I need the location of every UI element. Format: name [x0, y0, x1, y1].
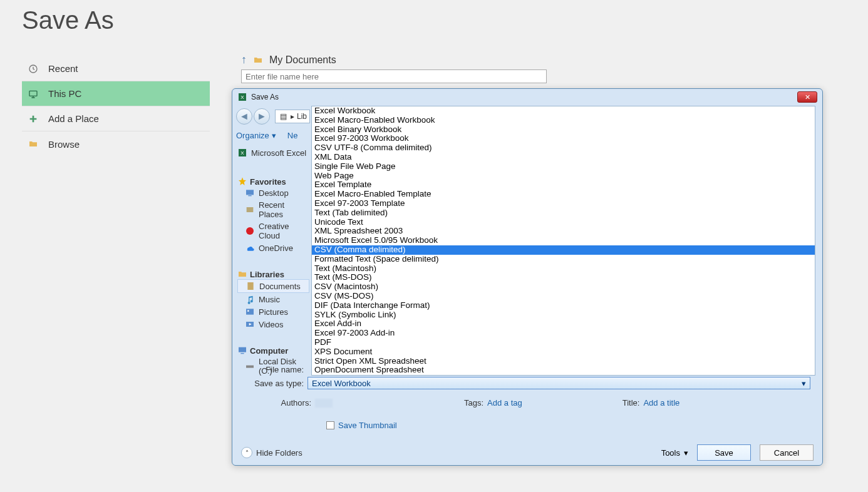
organize-button[interactable]: Organize ▾: [236, 131, 276, 140]
hide-folders-button[interactable]: ˄ Hide Folders: [241, 447, 302, 458]
sidebar-item-label: This PC: [48, 88, 81, 99]
chevron-down-icon: ▾: [272, 131, 276, 140]
file-type-option[interactable]: Microsoft Excel 5.0/95 Workbook: [312, 236, 815, 245]
sidebar-item-thispc[interactable]: This PC: [22, 81, 210, 106]
pictures-icon: [245, 307, 255, 317]
sidebar-item-browse[interactable]: Browse: [22, 131, 210, 156]
add-tag-link[interactable]: Add a tag: [487, 398, 522, 407]
nav-item-music[interactable]: Music: [237, 293, 309, 305]
tools-button[interactable]: Tools▾: [661, 448, 688, 458]
file-type-option[interactable]: Excel Template: [312, 180, 815, 190]
doc-icon: [245, 281, 256, 291]
file-type-option[interactable]: DIF (Data Interchange Format): [312, 301, 815, 310]
title-label: Title:: [623, 398, 640, 407]
save-thumbnail-checkbox[interactable]: [326, 421, 334, 429]
library-icon: [237, 269, 247, 279]
file-type-option[interactable]: CSV UTF-8 (Comma delimited): [312, 143, 815, 153]
breadcrumb[interactable]: My Documents: [269, 54, 336, 66]
file-type-option[interactable]: CSV (Macintosh): [312, 282, 815, 292]
file-type-option[interactable]: XML Spreadsheet 2003: [312, 227, 815, 236]
excel-icon: X: [237, 148, 247, 158]
file-type-option[interactable]: Excel Add-in: [312, 319, 815, 329]
up-arrow-icon[interactable]: ↑: [241, 53, 247, 66]
sidebar-item-label: Recent: [48, 63, 78, 74]
music-icon: [245, 294, 255, 304]
file-type-option[interactable]: Excel Macro-Enabled Workbook: [312, 116, 815, 125]
recent-icon: [245, 205, 255, 215]
dialog-titlebar: X Save As ✕: [232, 89, 822, 105]
file-type-option[interactable]: Excel 97-2003 Workbook: [312, 134, 815, 143]
save-thumbnail-label: Save Thumbnail: [338, 421, 397, 430]
nav-item-desktop[interactable]: Desktop: [237, 187, 309, 199]
dialog-title: Save As: [251, 93, 279, 101]
nav-item-pictures[interactable]: Pictures: [237, 305, 309, 318]
chevron-down-icon: ▾: [684, 448, 688, 458]
chevron-up-icon: ˄: [241, 447, 252, 458]
folder-icon: [28, 139, 38, 149]
navigation-tree: X Microsoft Excel Favorites Desktop Rece…: [237, 146, 309, 377]
nav-item-creativecloud[interactable]: Creative Cloud: [237, 220, 309, 242]
save-button[interactable]: Save: [697, 444, 751, 461]
nav-item-excel[interactable]: X Microsoft Excel: [237, 146, 309, 159]
cloud-icon: [245, 243, 255, 253]
svg-rect-10: [247, 282, 253, 290]
sidebar-item-recent[interactable]: Recent: [22, 56, 210, 81]
file-type-option[interactable]: XML Data: [312, 153, 815, 162]
monitor-icon: [245, 188, 255, 198]
nav-item-recentplaces[interactable]: Recent Places: [237, 199, 309, 220]
cancel-button[interactable]: Cancel: [760, 444, 814, 461]
file-type-dropdown[interactable]: Excel WorkbookExcel Macro-Enabled Workbo…: [311, 106, 815, 376]
nav-item-videos[interactable]: Videos: [237, 318, 309, 331]
nav-heading-favorites[interactable]: Favorites: [237, 177, 309, 187]
nav-forward-button[interactable]: ►: [254, 108, 270, 125]
plus-icon: [28, 114, 38, 124]
file-type-option[interactable]: Single File Web Page: [312, 162, 815, 172]
file-type-option[interactable]: PDF: [312, 338, 815, 347]
svg-rect-11: [246, 309, 254, 314]
file-type-option[interactable]: Excel 97-2003 Template: [312, 199, 815, 208]
sidebar-item-label: Browse: [48, 139, 80, 150]
file-type-option[interactable]: Text (MS-DOS): [312, 273, 815, 282]
chevron-down-icon: ▾: [802, 379, 806, 388]
file-type-option[interactable]: Excel Binary Workbook: [312, 125, 815, 135]
nav-heading-computer[interactable]: Computer: [237, 346, 309, 356]
svg-rect-7: [248, 195, 251, 196]
svg-rect-15: [240, 353, 244, 354]
address-bar[interactable]: ▤ ▸ Lib: [275, 110, 310, 123]
file-name-label: File name:: [232, 365, 307, 374]
save-as-type-select[interactable]: Excel Workbook ▾: [307, 377, 810, 389]
sidebar-item-addplace[interactable]: Add a Place: [22, 106, 210, 131]
file-type-option[interactable]: CSV (MS-DOS): [312, 292, 815, 301]
save-as-type-value: Excel Workbook: [312, 379, 371, 388]
file-type-option[interactable]: SYLK (Symbolic Link): [312, 310, 815, 320]
dialog-footer: ˄ Hide Folders Tools▾ Save Cancel: [232, 440, 822, 465]
svg-point-12: [247, 310, 249, 312]
nav-item-documents[interactable]: Documents: [237, 279, 309, 293]
file-type-option[interactable]: CSV (Comma delimited): [312, 245, 815, 255]
computer-icon: [237, 346, 247, 356]
arrow-right-icon: ►: [257, 111, 267, 122]
cc-icon: [245, 226, 255, 236]
nav-back-button[interactable]: ◄: [236, 108, 252, 125]
doc-icon: ▤: [278, 111, 288, 121]
file-type-option[interactable]: Web Page: [312, 172, 815, 181]
file-type-option[interactable]: Text (Tab delimited): [312, 208, 815, 218]
new-folder-button[interactable]: Ne: [287, 131, 298, 140]
nav-heading-libraries[interactable]: Libraries: [237, 269, 309, 279]
nav-item-onedrive[interactable]: OneDrive: [237, 242, 309, 254]
close-button[interactable]: ✕: [797, 91, 817, 103]
page-title: Save As: [22, 6, 114, 34]
clock-icon: [28, 64, 38, 74]
file-type-option[interactable]: XPS Document: [312, 347, 815, 357]
tags-label: Tags:: [464, 398, 483, 407]
file-type-option[interactable]: Unicode Text: [312, 218, 815, 227]
filename-input[interactable]: [241, 69, 547, 83]
file-type-option[interactable]: Excel Workbook: [312, 106, 815, 116]
file-type-option[interactable]: Formatted Text (Space delimited): [312, 255, 815, 264]
add-title-link[interactable]: Add a title: [643, 398, 679, 407]
file-type-option[interactable]: Text (Macintosh): [312, 264, 815, 274]
videos-icon: [245, 319, 255, 329]
excel-icon: X: [237, 92, 247, 102]
file-type-option[interactable]: Excel 97-2003 Add-in: [312, 329, 815, 338]
file-type-option[interactable]: Excel Macro-Enabled Template: [312, 190, 815, 199]
